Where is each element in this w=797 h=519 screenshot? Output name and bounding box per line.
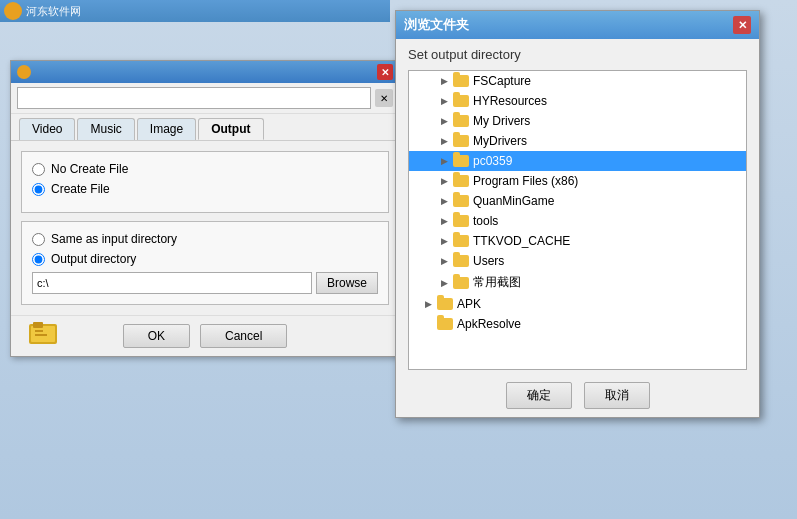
create-file-section: No Create File Create File [21, 151, 389, 213]
output-section: Same as input directory Output directory… [21, 221, 389, 305]
tree-item-label: MyDrivers [473, 134, 527, 148]
tree-item[interactable]: ▶ Program Files (x86) [409, 171, 746, 191]
dialog-title-icon [17, 65, 31, 79]
browse-confirm-button[interactable]: 确定 [506, 382, 572, 409]
same-input-radio[interactable] [32, 233, 45, 246]
tree-chevron-icon: ▶ [437, 116, 451, 126]
tree-chevron-icon: ▶ [437, 96, 451, 106]
create-radio[interactable] [32, 183, 45, 196]
output-path-input[interactable] [32, 272, 312, 294]
tab-output[interactable]: Output [198, 118, 263, 140]
tree-item-label: My Drivers [473, 114, 530, 128]
tab-music[interactable]: Music [77, 118, 134, 140]
tree-chevron-icon: ▶ [437, 256, 451, 266]
main-dialog-footer: OK Cancel [11, 315, 399, 356]
folder-icon [453, 277, 469, 289]
background-app-bar: 河东软件网 [0, 0, 390, 22]
same-input-label: Same as input directory [51, 232, 177, 246]
tree-item-label: 常用截图 [473, 274, 521, 291]
tree-item-label: HYResources [473, 94, 547, 108]
browse-cancel-button[interactable]: 取消 [584, 382, 650, 409]
tree-item-label: FSCapture [473, 74, 531, 88]
folder-icon [453, 175, 469, 187]
tree-item-label: tools [473, 214, 498, 228]
folder-icon [437, 298, 453, 310]
output-dir-label: Output directory [51, 252, 136, 266]
folder-icon [453, 235, 469, 247]
svg-rect-3 [35, 330, 43, 332]
main-dialog: ✕ ✕ Video Music Image Output No Create F… [10, 60, 400, 357]
tree-item-label: APK [457, 297, 481, 311]
tree-chevron-icon: ▶ [437, 76, 451, 86]
tree-item-label: Program Files (x86) [473, 174, 578, 188]
browse-button[interactable]: Browse [316, 272, 378, 294]
tree-item[interactable]: ▶ HYResources [409, 91, 746, 111]
main-dialog-titlebar: ✕ [11, 61, 399, 83]
output-dir-radio-item: Output directory [32, 252, 378, 266]
no-create-label: No Create File [51, 162, 128, 176]
folder-icon [453, 215, 469, 227]
tree-chevron-icon: ▶ [437, 176, 451, 186]
tree-item[interactable]: ▶ APK [409, 294, 746, 314]
browse-dialog-titlebar: 浏览文件夹 ✕ [396, 11, 759, 39]
tree-item[interactable]: ▶ FSCapture [409, 71, 746, 91]
folder-icon [453, 75, 469, 87]
tab-image[interactable]: Image [137, 118, 196, 140]
tree-item-label: TTKVOD_CACHE [473, 234, 570, 248]
folder-icon [453, 135, 469, 147]
folder-icon [453, 255, 469, 267]
app-logo [4, 2, 22, 20]
tree-item[interactable]: ▶ Users [409, 251, 746, 271]
folder-tree[interactable]: ▶ FSCapture ▶ HYResources ▶ My Drive [408, 70, 747, 370]
tree-item[interactable]: ▶ QuanMinGame [409, 191, 746, 211]
browse-dialog-footer: 确定 取消 [396, 374, 759, 417]
tree-item-label: QuanMinGame [473, 194, 554, 208]
search-input[interactable] [17, 87, 371, 109]
tree-chevron-icon: ▶ [437, 196, 451, 206]
tree-item[interactable]: ▶ tools [409, 211, 746, 231]
tree-chevron-icon: ▶ [437, 156, 451, 166]
folder-icon [453, 95, 469, 107]
tree-chevron-icon: ▶ [421, 299, 435, 309]
tree-item[interactable]: ▶ pc0359 [409, 151, 746, 171]
footer-icon [27, 316, 59, 348]
cancel-button[interactable]: Cancel [200, 324, 287, 348]
tree-chevron-icon: ▶ [437, 278, 451, 288]
create-radio-item: Create File [32, 182, 378, 196]
same-input-radio-item: Same as input directory [32, 232, 378, 246]
folder-icon [437, 318, 453, 330]
ok-button[interactable]: OK [123, 324, 190, 348]
tree-item[interactable]: ▶ TTKVOD_CACHE [409, 231, 746, 251]
tree-chevron-icon: ▶ [437, 216, 451, 226]
main-dialog-close-button[interactable]: ✕ [377, 64, 393, 80]
browse-dialog: 浏览文件夹 ✕ Set output directory ▶ FSCapture… [395, 10, 760, 418]
browse-dialog-close-button[interactable]: ✕ [733, 16, 751, 34]
folder-icon [453, 115, 469, 127]
tree-item-label: ApkResolve [457, 317, 521, 331]
no-create-radio[interactable] [32, 163, 45, 176]
svg-rect-2 [33, 322, 43, 328]
no-create-radio-item: No Create File [32, 162, 378, 176]
folder-icon [453, 155, 469, 167]
browse-subtitle: Set output directory [396, 39, 759, 66]
folder-icon [453, 195, 469, 207]
tree-item[interactable]: ▶ 常用截图 [409, 271, 746, 294]
browse-dialog-title: 浏览文件夹 [404, 16, 469, 34]
tab-video[interactable]: Video [19, 118, 75, 140]
output-dir-radio[interactable] [32, 253, 45, 266]
tree-item[interactable]: ▶ My Drivers [409, 111, 746, 131]
app-title: 河东软件网 [26, 4, 81, 19]
tree-item[interactable]: ▶ MyDrivers [409, 131, 746, 151]
dialog-content: No Create File Create File Same as input… [11, 141, 399, 315]
tree-item-label: pc0359 [473, 154, 512, 168]
output-path-row: Browse [32, 272, 378, 294]
tab-bar: Video Music Image Output [11, 114, 399, 141]
tree-chevron-icon: ▶ [437, 236, 451, 246]
tree-item[interactable]: ApkResolve [409, 314, 746, 334]
search-close-button[interactable]: ✕ [375, 89, 393, 107]
search-area: ✕ [11, 83, 399, 114]
tree-chevron-icon: ▶ [437, 136, 451, 146]
svg-rect-4 [35, 334, 47, 336]
create-label: Create File [51, 182, 110, 196]
tree-item-label: Users [473, 254, 504, 268]
